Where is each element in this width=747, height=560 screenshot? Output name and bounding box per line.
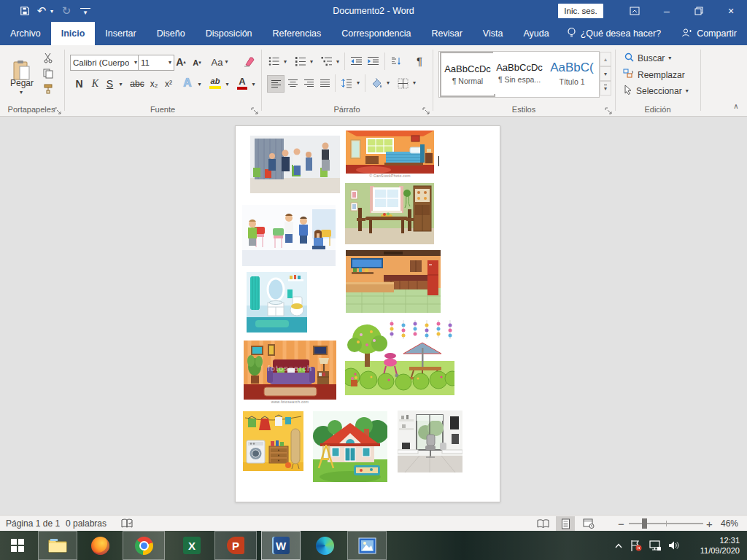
decrease-indent-icon[interactable] <box>349 55 363 68</box>
underline-dropdown-icon[interactable]: ▾ <box>117 80 125 89</box>
styles-dialog-launcher-icon[interactable] <box>605 105 613 113</box>
powerpoint-button[interactable]: P <box>214 531 257 560</box>
font-color-button[interactable]: A <box>235 76 249 90</box>
print-layout-icon[interactable] <box>556 516 575 531</box>
subscript-button[interactable]: x₂ <box>147 77 160 90</box>
underline-button[interactable]: S <box>104 77 115 90</box>
bold-button[interactable]: N <box>73 77 85 90</box>
font-dialog-launcher-icon[interactable] <box>251 105 259 113</box>
sort-icon[interactable] <box>389 54 403 69</box>
superscript-button[interactable]: x² <box>162 77 175 90</box>
image-bathroom-cartoon[interactable] <box>247 272 307 332</box>
share-button[interactable]: Compartir <box>681 22 737 45</box>
line-spacing-dropdown-icon[interactable]: ▾ <box>355 79 362 88</box>
align-left-button[interactable] <box>267 75 285 93</box>
clipboard-dialog-launcher-icon[interactable] <box>54 105 62 113</box>
paste-dropdown-icon[interactable]: ▾ <box>16 89 26 96</box>
replace-button[interactable]: Reemplazar <box>623 69 685 81</box>
borders-icon[interactable] <box>395 75 411 91</box>
italic-button[interactable]: K <box>90 77 101 90</box>
numbering-icon[interactable] <box>293 55 307 68</box>
zoom-slider-thumb[interactable] <box>642 518 647 529</box>
ribbon-display-options-icon[interactable] <box>619 0 651 22</box>
restore-icon[interactable] <box>683 0 715 22</box>
document-page[interactable]: © CanStockPhoto.com <box>235 125 500 502</box>
paragraph-dialog-launcher-icon[interactable] <box>422 105 430 113</box>
cut-icon[interactable] <box>41 52 55 64</box>
image-dining-room-cartoon[interactable] <box>345 183 434 244</box>
tab-referencias[interactable]: Referencias <box>263 22 332 45</box>
tab-vista[interactable]: Vista <box>473 22 514 45</box>
bullets-icon[interactable] <box>267 55 281 68</box>
start-button[interactable] <box>0 531 35 560</box>
image-children-musical-chairs-photo[interactable] <box>250 136 340 193</box>
text-effects-dropdown-icon[interactable]: ▾ <box>196 80 204 89</box>
tell-me-box[interactable]: ¿Qué desea hacer? <box>560 22 669 45</box>
borders-dropdown-icon[interactable]: ▾ <box>411 79 418 88</box>
tray-clock[interactable]: 12:31 11/09/2020 <box>684 535 740 556</box>
tab-correspondencia[interactable]: Correspondencia <box>331 22 421 45</box>
image-living-room-cartoon[interactable]: fotosearch www.fotosearch.com <box>244 341 336 404</box>
shading-icon[interactable] <box>368 75 384 91</box>
firefox-button[interactable] <box>82 531 118 560</box>
numbering-dropdown-icon[interactable]: ▾ <box>308 58 315 66</box>
show-marks-button[interactable]: ¶ <box>413 53 426 68</box>
zoom-level[interactable]: 46% <box>721 516 738 532</box>
strikethrough-button[interactable]: abc <box>128 77 146 90</box>
sign-in-button[interactable]: Inic. ses. <box>558 4 603 18</box>
image-bedroom-cartoon[interactable]: © CanStockPhoto.com <box>346 131 434 178</box>
read-mode-icon[interactable] <box>533 516 552 531</box>
tab-ayuda[interactable]: Ayuda <box>513 22 559 45</box>
paste-label[interactable]: Pegar <box>4 77 39 89</box>
tab-diseno[interactable]: Diseño <box>147 22 196 45</box>
tab-inicio[interactable]: Inicio <box>51 22 96 45</box>
style-sin-espaciado[interactable]: AaBbCcDc ¶ Sin espa... <box>493 52 546 94</box>
increase-indent-icon[interactable] <box>365 55 380 68</box>
find-button[interactable]: Buscar ▾ <box>624 52 671 64</box>
image-kitchen-cartoon[interactable] <box>346 250 441 313</box>
zoom-out-button[interactable]: − <box>618 516 624 532</box>
shrink-font-button[interactable]: A▾ <box>190 56 204 69</box>
zoom-in-button[interactable]: + <box>706 516 713 532</box>
excel-button[interactable]: X <box>174 531 210 560</box>
image-viewer-button[interactable] <box>347 531 387 560</box>
web-layout-icon[interactable] <box>579 516 598 531</box>
style-titulo1[interactable]: AaBbC( Título 1 <box>546 52 598 94</box>
format-painter-icon[interactable] <box>41 82 55 95</box>
bullets-dropdown-icon[interactable]: ▾ <box>282 58 289 66</box>
tray-chevron-icon[interactable] <box>611 531 626 560</box>
chrome-button[interactable] <box>123 531 165 560</box>
styles-scroll-down-icon[interactable]: ▾ <box>600 66 611 81</box>
proofing-icon[interactable] <box>121 516 133 532</box>
multilevel-list-icon[interactable] <box>320 55 333 68</box>
tray-volume-icon[interactable] <box>665 531 683 560</box>
grow-font-button[interactable]: A▴ <box>174 55 188 69</box>
multilevel-dropdown-icon[interactable]: ▾ <box>334 58 341 66</box>
tab-insertar[interactable]: Insertar <box>95 22 146 45</box>
style-normal[interactable]: AaBbCcDc ¶ Normal <box>440 52 495 97</box>
page-indicator[interactable]: Página 1 de 1 <box>6 516 60 532</box>
font-name-combobox[interactable]: Calibri (Cuerpo ▾ <box>70 55 140 71</box>
image-children-playing-chairs-photo[interactable] <box>242 205 336 266</box>
image-laundry-room-cartoon[interactable] <box>243 411 303 471</box>
styles-scroll-up-icon[interactable]: ▴ <box>600 52 611 66</box>
image-home-office-photo[interactable] <box>398 411 462 472</box>
zoom-slider[interactable] <box>629 516 703 532</box>
image-garden-cartoon[interactable] <box>345 320 454 395</box>
line-spacing-icon[interactable] <box>338 75 355 91</box>
font-size-combobox[interactable]: 11 ▾ <box>138 55 174 71</box>
tray-network-icon[interactable] <box>646 531 664 560</box>
highlight-button[interactable]: ab <box>207 76 223 90</box>
image-house-exterior-cartoon[interactable] <box>313 411 387 482</box>
word-button[interactable]: W <box>261 531 301 560</box>
word-count[interactable]: 0 palabras <box>66 516 107 532</box>
collapse-ribbon-icon[interactable]: ∧ <box>729 101 743 111</box>
tab-archivo[interactable]: Archivo <box>0 22 51 45</box>
align-right-button[interactable] <box>301 75 317 91</box>
file-explorer-button[interactable] <box>38 531 77 560</box>
text-effects-button[interactable]: A <box>181 76 194 90</box>
change-case-button[interactable]: Aa▾ <box>209 55 231 69</box>
tab-disposicion[interactable]: Disposición <box>196 22 263 45</box>
shading-dropdown-icon[interactable]: ▾ <box>384 79 392 88</box>
font-color-dropdown-icon[interactable]: ▾ <box>249 80 258 89</box>
